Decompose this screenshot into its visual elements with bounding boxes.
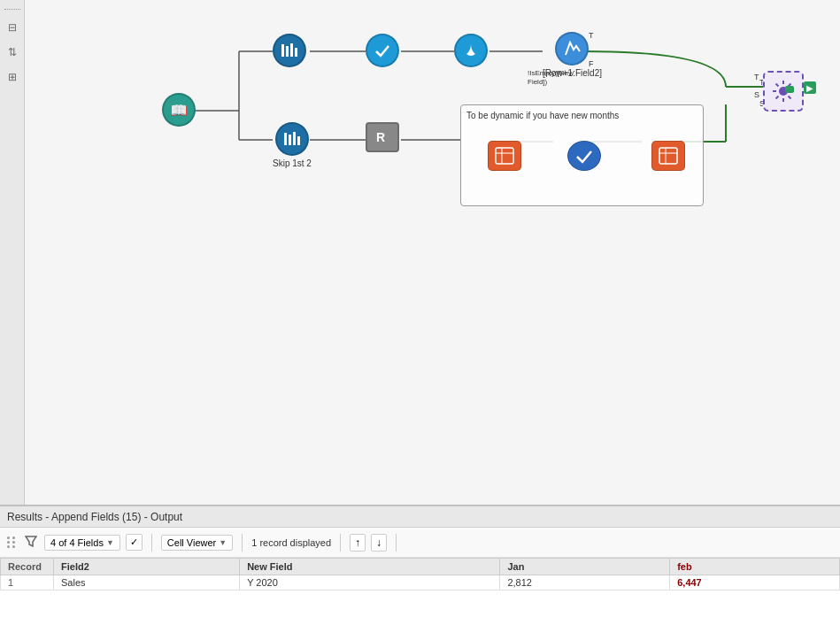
results-header-text: Results - Append Fields (15) - Output [7,511,182,523]
col-header-jan[interactable]: Jan [500,559,670,575]
table-header-row: Record Field2 New Field Jan feb [1,559,840,575]
svg-rect-45 [785,86,794,93]
svg-marker-46 [26,536,36,546]
node-summarize[interactable] [488,141,521,171]
sort-icon[interactable]: ⇅ [4,43,21,61]
node-check1[interactable] [366,34,399,67]
config-s-label: S [754,90,759,99]
annotation-text: To be dynamic if you have new months [466,111,697,120]
results-table: Record Field2 New Field Jan feb 1 Sales … [0,558,840,590]
node-sample-first2[interactable] [273,34,306,70]
node-append-annotation[interactable] [651,141,685,171]
svg-rect-22 [286,46,289,57]
svg-line-42 [789,96,791,99]
cell-newfield: Y 2020 [240,575,500,590]
node-sample-skip[interactable]: Skip 1st 2 [273,122,312,168]
svg-text:Field]): Field]) [528,78,548,86]
separator4 [396,534,397,552]
node-book[interactable]: 📖 [162,93,196,127]
results-table-wrapper: Record Field2 New Field Jan feb 1 Sales … [0,558,840,625]
chevron-down-icon: ▼ [106,538,114,547]
separator3 [340,534,341,552]
node-join1[interactable]: R [366,122,399,152]
svg-rect-33 [659,148,677,164]
cell-record: 1 [1,575,54,590]
svg-rect-30 [496,148,513,164]
results-header: Results - Append Fields (15) - Output [0,506,840,528]
browse-icon[interactable]: ⊞ [4,68,21,86]
filter-icon [25,535,37,550]
col-header-newfield[interactable]: New Field [240,559,500,575]
svg-rect-24 [295,48,297,57]
node-check-annotation[interactable] [567,141,601,171]
scroll-down-btn[interactable]: ↓ [371,534,387,552]
workflow-connections: T F !IsEmpty([New Field]) T S [0,0,840,505]
cell-viewer-btn[interactable]: Cell Viewer ▼ [161,535,233,551]
annotation-box: To be dynamic if you have new months [460,104,704,206]
drag-handle [7,536,16,548]
svg-rect-27 [293,132,296,145]
cell-field2: Sales [54,575,240,590]
table-row: 1 Sales Y 2020 2,812 6,447 [1,575,840,590]
config-output-arrow: ▶ [804,81,816,94]
scroll-up-btn[interactable]: ↑ [350,534,366,552]
col-header-feb[interactable]: feb [670,559,840,575]
cell-feb: 6,447 [670,575,840,590]
node-config[interactable]: T S ▶ [763,71,804,112]
config-t-label: T [754,73,759,81]
filter-icon[interactable]: ⊟ [4,19,21,36]
svg-rect-21 [281,44,284,57]
svg-rect-25 [284,133,287,145]
fields-dropdown-btn[interactable]: 4 of 4 Fields ▼ [44,535,120,551]
workflow-canvas: ⊟ ⇅ ⊞ T F [0,0,840,505]
svg-rect-28 [297,136,300,145]
left-panel: ⊟ ⇅ ⊞ [0,0,25,505]
svg-rect-23 [290,43,293,57]
col-header-record: Record [1,559,54,575]
table-body: 1 Sales Y 2020 2,812 6,447 [1,575,840,590]
node-label-skip: Skip 1st 2 [273,158,312,168]
checkmark-btn[interactable]: ✓ [126,534,143,551]
svg-line-41 [776,84,779,87]
svg-rect-26 [289,135,291,145]
records-count: 1 record displayed [251,537,331,548]
node-label-formula: [Row+1:Field2] [543,68,602,78]
node-formula1[interactable]: [Row+1:Field2] [543,32,602,78]
cell-viewer-label: Cell Viewer [167,537,216,548]
cell-jan: 2,812 [500,575,670,590]
separator1 [151,534,152,552]
fields-label: 4 of 4 Fields [50,537,104,548]
svg-text:R: R [376,130,385,144]
svg-line-44 [776,96,779,99]
results-toolbar: 4 of 4 Fields ▼ ✓ Cell Viewer ▼ 1 record… [0,528,840,558]
separator2 [242,534,243,552]
col-header-field2[interactable]: Field2 [54,559,240,575]
results-panel: Results - Append Fields (15) - Output 4 … [0,505,840,625]
chevron-down-icon-2: ▼ [219,538,227,547]
node-drop1[interactable] [454,34,488,67]
